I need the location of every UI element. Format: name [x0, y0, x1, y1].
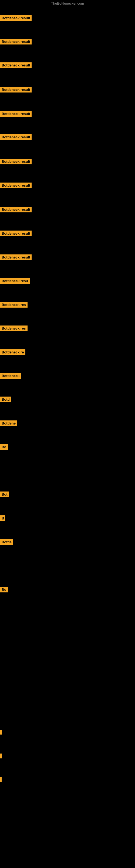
site-title: TheBottlenecker.com: [0, 1, 135, 5]
bottleneck-badge-1: Bottleneck result: [0, 39, 32, 44]
bottleneck-badge-7: Bottleneck result: [0, 183, 32, 188]
bottleneck-badge-12: Bottleneck res: [0, 302, 28, 308]
bottleneck-badge-19: Bot: [0, 492, 9, 497]
small-bar-2: [0, 777, 2, 782]
bottleneck-badge-20: B: [0, 516, 5, 521]
bottleneck-badge-10: Bottleneck result: [0, 254, 32, 260]
bottleneck-badge-0: Bottleneck result: [0, 15, 32, 21]
bottleneck-badge-2: Bottleneck result: [0, 62, 32, 68]
bottleneck-badge-6: Bottleneck result: [0, 159, 32, 164]
small-bar-0: [0, 730, 2, 735]
bottleneck-badge-13: Bottleneck res: [0, 326, 28, 331]
small-bar-1: [0, 753, 2, 758]
bottleneck-badge-21: Bottle: [0, 539, 13, 545]
bottleneck-badge-5: Bottleneck result: [0, 134, 32, 140]
bottleneck-badge-9: Bottleneck result: [0, 230, 32, 236]
bottleneck-badge-22: Bo: [0, 587, 8, 592]
bottleneck-badge-8: Bottleneck result: [0, 207, 32, 212]
bottleneck-badge-11: Bottleneck resu: [0, 278, 30, 284]
bottleneck-badge-18: Bo: [0, 444, 8, 450]
bottleneck-badge-3: Bottleneck result: [0, 87, 32, 93]
bottleneck-badge-16: Bottl: [0, 397, 11, 402]
bottleneck-badge-17: Bottlene: [0, 421, 17, 426]
bottleneck-badge-15: Bottleneck: [0, 373, 21, 379]
bottleneck-badge-14: Bottleneck re: [0, 349, 26, 355]
bottleneck-badge-4: Bottleneck result: [0, 111, 32, 117]
